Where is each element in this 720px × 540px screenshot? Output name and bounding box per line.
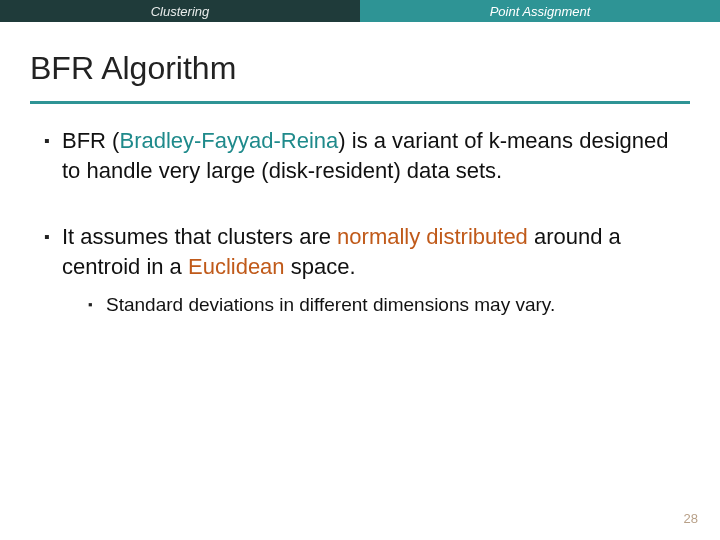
highlight-teal: Bradley-Fayyad-Reina (119, 128, 338, 153)
topbar-right: Point Assignment (360, 0, 720, 22)
bullet-marker-icon: ▪ (88, 292, 106, 318)
bullet-marker-icon: ▪ (44, 126, 62, 186)
bullet-item: ▪ BFR (Bradley-Fayyad-Reina) is a varian… (44, 126, 676, 186)
sub-bullet-text: Standard deviations in different dimensi… (106, 292, 555, 318)
text-span: space. (285, 254, 356, 279)
sub-bullet-item: ▪ Standard deviations in different dimen… (88, 292, 676, 318)
bullet-item: ▪ It assumes that clusters are normally … (44, 222, 676, 318)
page-number: 28 (684, 511, 698, 526)
title-wrap: BFR Algorithm (0, 22, 720, 95)
bullet-text: BFR (Bradley-Fayyad-Reina) is a variant … (62, 126, 676, 186)
topbar: Clustering Point Assignment (0, 0, 720, 22)
bullet-text: It assumes that clusters are normally di… (62, 222, 676, 318)
slide: Clustering Point Assignment BFR Algorith… (0, 0, 720, 540)
page-title: BFR Algorithm (30, 50, 690, 87)
highlight-orange: Euclidean (188, 254, 285, 279)
highlight-orange: normally distributed (337, 224, 528, 249)
text-span: BFR ( (62, 128, 119, 153)
content: ▪ BFR (Bradley-Fayyad-Reina) is a varian… (0, 104, 720, 318)
topbar-left: Clustering (0, 0, 360, 22)
text-span: It assumes that clusters are (62, 224, 337, 249)
bullet-marker-icon: ▪ (44, 222, 62, 318)
